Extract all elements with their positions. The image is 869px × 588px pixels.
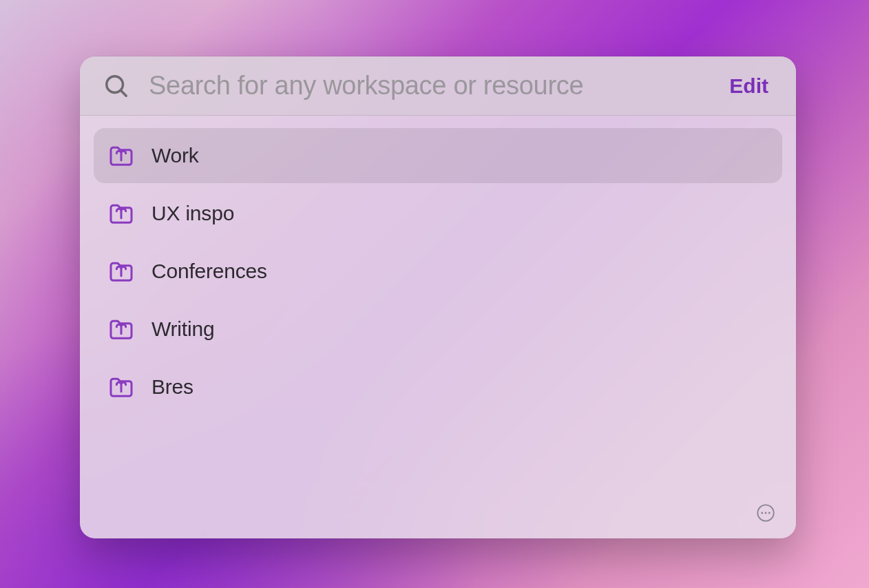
folder-icon: [107, 142, 135, 169]
workspace-label: Work: [151, 144, 199, 167]
workspace-item-bres[interactable]: Bres: [94, 359, 782, 414]
search-bar: Edit: [80, 56, 796, 116]
svg-point-4: [765, 512, 767, 514]
folder-icon: [107, 258, 135, 285]
svg-point-5: [768, 512, 771, 514]
search-input[interactable]: [149, 71, 725, 101]
workspace-label: Conferences: [151, 260, 267, 283]
svg-point-3: [761, 512, 763, 514]
workspace-item-conferences[interactable]: Conferences: [94, 244, 782, 299]
workspace-item-work[interactable]: Work: [94, 128, 782, 183]
folder-icon: [107, 315, 135, 343]
workspace-list: Work UX inspo Conferences: [80, 116, 796, 538]
edit-button[interactable]: Edit: [725, 74, 773, 98]
workspace-item-ux-inspo[interactable]: UX inspo: [94, 186, 782, 241]
svg-line-1: [121, 90, 126, 96]
ellipsis-circle-icon: [756, 503, 775, 525]
search-icon: [103, 73, 129, 99]
more-options-button[interactable]: [756, 504, 775, 523]
folder-icon: [107, 373, 135, 401]
workspace-label: Writing: [151, 317, 214, 341]
folder-icon: [107, 200, 135, 227]
search-panel: Edit Work UX inspo: [80, 56, 796, 538]
workspace-label: Bres: [151, 375, 193, 399]
workspace-label: UX inspo: [151, 202, 234, 225]
workspace-item-writing[interactable]: Writing: [94, 302, 782, 357]
